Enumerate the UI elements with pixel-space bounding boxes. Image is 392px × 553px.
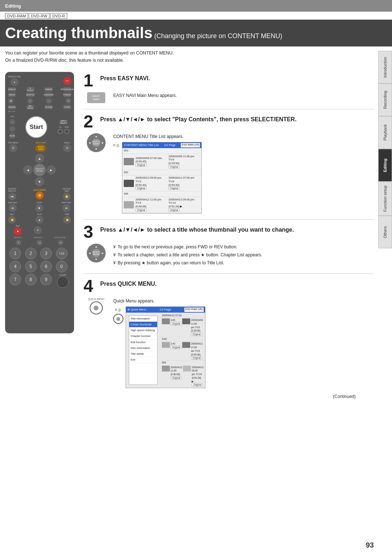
- step-3-section: 3 Press ▲/▼/◄/► to select a title whose …: [83, 223, 374, 268]
- left-button[interactable]: ◄: [23, 165, 33, 175]
- rev-button[interactable]: ⏪: [8, 216, 16, 224]
- pause-button[interactable]: ⏸: [34, 226, 42, 234]
- step-4-eg: e.g.: [115, 306, 122, 313]
- tab-function-setup[interactable]: Function setup: [378, 182, 392, 216]
- extend-button[interactable]: EXTEND: [45, 105, 53, 109]
- adjust-right-button[interactable]: ►|: [58, 240, 64, 245]
- intro-text: You can register your favorite scene as …: [0, 46, 392, 68]
- zoom-button[interactable]: ZOOM: [63, 105, 71, 109]
- meta-3b: 2005/04/12 09:00 pm TV:10 (0:51:28) ▶ Or…: [168, 198, 200, 212]
- qm-item-title-delete: Title delete: [129, 351, 157, 357]
- select-enter-button[interactable]: SELECT/ENTER: [33, 164, 46, 176]
- dvd-button[interactable]: ⬛: [64, 129, 70, 134]
- page-number: 93: [366, 541, 374, 549]
- step-4-number: 4: [83, 277, 97, 295]
- page-title: Creating thumbnails (Changing the pictur…: [5, 25, 387, 41]
- step-3-icon: ▲ ▼ ◄ ► SELECT/ENTER: [83, 244, 109, 263]
- qm-thumb-3: [162, 342, 170, 348]
- audio-sap-button[interactable]: AUDIO/SAP: [45, 93, 53, 97]
- qm-meta-5: 2005/04/12 11:00 (0:30:08) Original: [171, 366, 183, 387]
- easy-navi-button[interactable]: EASYNAVI: [35, 144, 46, 152]
- adjust-left-button[interactable]: |◄: [37, 240, 42, 245]
- tab-playback[interactable]: Playback: [378, 116, 392, 149]
- step-1-desc: EASY NAVI Main Menu appears.: [113, 92, 374, 99]
- meta-1: 2005/03/08 07:00 obs. (0:53:45) Original: [135, 156, 167, 167]
- mute-button[interactable]: MUTE: [9, 133, 15, 139]
- tab-others[interactable]: Others: [378, 216, 392, 248]
- input-select-button[interactable]: INPUT SELECT: [60, 120, 68, 124]
- quick-menu-button[interactable]: ⊕: [36, 191, 44, 199]
- down-button[interactable]: ▼: [35, 177, 44, 186]
- lang-icon: ○○: [46, 98, 52, 104]
- qm-item-title-info: Title information: [129, 316, 157, 322]
- rec-mode-button[interactable]: REC MODE: [26, 105, 34, 109]
- step-4-section: 4 Press QUICK MENU. QUICK MENU ⊕ Quick M…: [83, 277, 374, 389]
- num-0-button[interactable]: 0: [56, 261, 68, 272]
- content-menu-screen: CONTENT MENU Title List 1/2 Page DVD-RAM…: [122, 142, 202, 214]
- dimmer-button[interactable]: DIMMER: [45, 87, 53, 92]
- qm-item-high-speed: High speed dubbing: [129, 328, 157, 333]
- meta-3: 2005/04/12 11:00 pm TV:4 (0:30:08) Origi…: [135, 198, 167, 212]
- step-4-sub-desc: Quick Menu appears.: [113, 298, 374, 304]
- quick-menu-label: QUICK MENU: [88, 298, 105, 300]
- step-3-header: 3 Press ▲/▼/◄/► to select a title whose …: [83, 223, 374, 241]
- subtitle-button[interactable]: SUBTITLE: [26, 93, 34, 97]
- remain-button[interactable]: REMAIN: [8, 105, 16, 109]
- search-button[interactable]: T: [16, 240, 21, 245]
- instant-skip-button[interactable]: ⭐: [63, 192, 71, 200]
- step-1-header: 1 Press EASY NAVI.: [83, 72, 374, 89]
- skip-rev-button[interactable]: ⏮: [9, 204, 17, 212]
- step-3-bullets: To go to the next or previous page, pres…: [113, 244, 374, 266]
- num-3-button[interactable]: 3: [40, 248, 52, 259]
- up-button[interactable]: ▲: [35, 154, 44, 163]
- steps-column: 1 Press EASY NAVI. EASYNAVI EASY NAVI Ma…: [83, 72, 374, 399]
- num-4-button[interactable]: 4: [9, 261, 21, 272]
- num-2-button[interactable]: 2: [25, 248, 37, 259]
- num-8-button[interactable]: 8: [25, 274, 37, 285]
- tab-editing[interactable]: Editing: [378, 149, 392, 182]
- rec-button[interactable]: ⏺: [14, 227, 22, 235]
- num-1-button[interactable]: 1: [9, 248, 21, 259]
- qm-thumb-1: [162, 318, 170, 324]
- audio-icon: 🔊: [27, 98, 33, 104]
- instant-replay-button[interactable]: ⏮: [8, 192, 16, 200]
- num-5-button[interactable]: 5: [25, 261, 37, 272]
- tab-introduction[interactable]: Introduction: [378, 51, 392, 84]
- vol-up-button[interactable]: +: [9, 119, 15, 125]
- bullet-2: To select a chapter, select a title and …: [113, 252, 374, 258]
- qm-item-disc-info: Disc information: [129, 345, 157, 351]
- power-button[interactable]: I/O: [63, 77, 71, 85]
- intro-line2: On a finalized DVD-R/RW disc, this featu…: [5, 57, 387, 64]
- display-button[interactable]: DISPLAY: [8, 87, 16, 92]
- step-1-title: Press EASY NAVI.: [100, 72, 150, 82]
- clear-button[interactable]: [57, 276, 69, 288]
- tv-button[interactable]: ⬛: [57, 129, 63, 134]
- stop-button[interactable]: ⏹: [35, 204, 43, 212]
- open-close-button[interactable]: ▲: [11, 78, 19, 86]
- qm-item-chapter: Chapter function: [129, 333, 157, 339]
- qm-content-area: 2005/04/12 07:00 3:45 Original: [161, 313, 204, 387]
- freeze-button[interactable]: FREEZE: [63, 93, 71, 97]
- qm-meta-2: 2005/03/08 11:00 pm TV:6 (0:29:50) Origi…: [191, 318, 204, 336]
- right-button[interactable]: ►: [46, 165, 56, 175]
- thumb-1: [124, 158, 134, 165]
- tab-recording[interactable]: Recording: [378, 84, 392, 116]
- disc-badge-r: DVD-R: [50, 13, 67, 19]
- num-6-button[interactable]: 6: [40, 261, 52, 272]
- progressive-button[interactable]: PROGRESSIVE: [63, 87, 71, 92]
- fl-select-button[interactable]: FL SELECT: [26, 87, 34, 92]
- play-button[interactable]: ▶: [36, 216, 44, 224]
- qm-meta-6: 2005/04/12 09:00 pm TV:10 (0:51:28) ▶ Or…: [192, 366, 204, 387]
- fwd-button[interactable]: ⏩: [63, 216, 71, 224]
- num-7-button[interactable]: 7: [9, 274, 21, 285]
- menu-button[interactable]: ☰: [63, 144, 71, 152]
- num-9-button[interactable]: 9: [40, 274, 52, 285]
- clear-label: CLEAR: [60, 274, 66, 276]
- num-plus10-button[interactable]: +10: [56, 248, 68, 259]
- vol-down-button[interactable]: −: [9, 126, 15, 132]
- bullet-1: To go to the next or previous page, pres…: [113, 244, 374, 250]
- disc-badge-ram: DVD-RAM: [5, 13, 28, 19]
- angle-button[interactable]: ANGLE: [8, 93, 16, 97]
- skip-fwd-button[interactable]: ⏭: [62, 204, 70, 212]
- top-menu-button[interactable]: ☰: [9, 144, 17, 152]
